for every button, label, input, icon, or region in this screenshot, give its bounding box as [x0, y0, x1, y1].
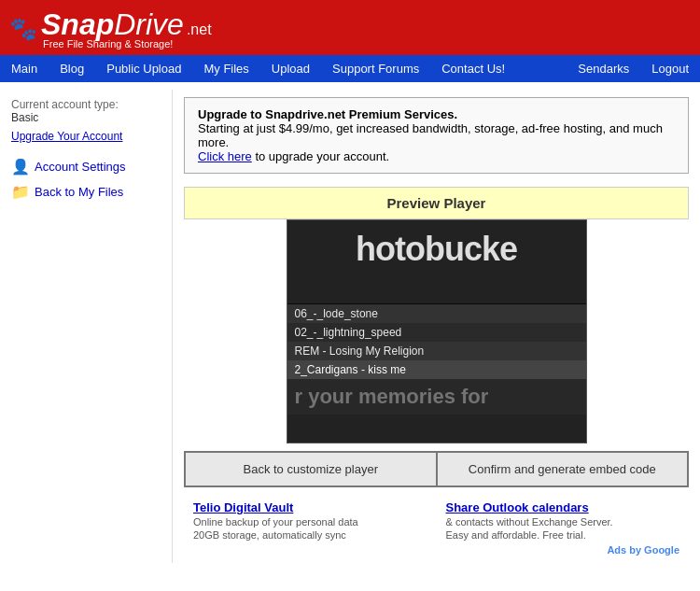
paw-icon: 🐾 — [9, 16, 37, 42]
back-to-files-link[interactable]: 📁 Back to My Files — [11, 183, 161, 201]
folder-icon: 📁 — [11, 183, 30, 201]
player-playlist: 06_-_lode_stone 02_-_lightning_speed REM… — [287, 304, 586, 443]
banner-text1: Starting at just $4.99/mo, get increased… — [198, 121, 663, 149]
banner-click-here[interactable]: Click here — [198, 149, 252, 163]
account-settings-link[interactable]: 👤 Account Settings — [11, 158, 161, 176]
header: 🐾 Snap Drive .net Free File Sharing & St… — [0, 0, 700, 55]
logo-net: .net — [187, 21, 212, 38]
playlist-item-1[interactable]: 02_-_lightning_speed — [287, 323, 586, 342]
logo-area: Snap Drive .net Free File Sharing & Stor… — [41, 7, 212, 49]
player-footer-text: r your memories for — [287, 379, 586, 415]
sidebar: Current account type: Basic Upgrade Your… — [0, 90, 173, 563]
ad-title-1[interactable]: Share Outlook calendars — [446, 500, 680, 514]
nav-logout[interactable]: Logout — [640, 55, 700, 82]
person-icon: 👤 — [11, 158, 30, 176]
content-area: Upgrade to Snapdrive.net Premium Service… — [173, 90, 700, 563]
ads-by: Ads by Google — [184, 544, 689, 556]
button-row: Back to customize player Confirm and gen… — [184, 451, 689, 487]
ad-text-0-0: Online backup of your personal data — [193, 516, 427, 528]
nav-public-upload[interactable]: Public Upload — [95, 55, 192, 82]
ads-section: Telio Digital Vault Online backup of you… — [184, 500, 689, 541]
preview-title: Preview Player — [184, 187, 689, 219]
playlist-item-2[interactable]: REM - Losing My Religion — [287, 342, 586, 360]
nav-main[interactable]: Main — [0, 55, 49, 82]
nav-username[interactable]: Sendarks — [567, 55, 640, 82]
nav-support[interactable]: Support Forums — [321, 55, 430, 82]
ad-title-0[interactable]: Telio Digital Vault — [193, 500, 427, 514]
ad-item-1: Share Outlook calendars & contacts witho… — [446, 500, 680, 541]
ad-text-1-0: & contacts without Exchange Server. — [446, 516, 680, 528]
player-bg-text: hotobucke — [287, 230, 586, 269]
nav-contact[interactable]: Contact Us! — [430, 55, 516, 82]
player-container: hotobucke ⏮ ⏸ ⏭ 00:35 01:46 🔊 06_-_lode_… — [287, 219, 587, 443]
confirm-button[interactable]: Confirm and generate embed code — [438, 451, 690, 487]
playlist-item-3[interactable]: 2_Cardigans - kiss me — [287, 360, 586, 379]
nav-my-files[interactable]: My Files — [192, 55, 259, 82]
google-logo-text: Google — [644, 544, 679, 556]
preview-section: Preview Player hotobucke ⏮ ⏸ ⏭ 00:35 01:… — [184, 187, 689, 487]
ad-text-0-1: 20GB storage, automatically sync — [193, 529, 427, 541]
upgrade-link[interactable]: Upgrade Your Account — [11, 130, 161, 143]
banner-text2: to upgrade your account. — [252, 149, 389, 163]
upgrade-banner: Upgrade to Snapdrive.net Premium Service… — [184, 97, 689, 174]
nav-upload[interactable]: Upload — [260, 55, 321, 82]
account-type-label: Current account type: — [11, 98, 119, 111]
nav-blog[interactable]: Blog — [49, 55, 95, 82]
ad-text-1-1: Easy and affordable. Free trial. — [446, 529, 680, 541]
logo-drive: Drive — [114, 7, 184, 42]
logo-snap: Snap — [41, 7, 114, 42]
banner-title: Upgrade to Snapdrive.net Premium Service… — [198, 107, 457, 121]
main-nav: Main Blog Public Upload My Files Upload … — [0, 55, 700, 82]
logo-tagline: Free File Sharing & Storage! — [43, 38, 212, 49]
back-button[interactable]: Back to customize player — [184, 451, 438, 487]
ads-by-text: Ads by — [607, 544, 644, 556]
playlist-item-0[interactable]: 06_-_lode_stone — [287, 304, 586, 323]
main-layout: Current account type: Basic Upgrade Your… — [0, 82, 700, 570]
account-type-value: Basic — [11, 111, 161, 124]
ad-item-0: Telio Digital Vault Online backup of you… — [193, 500, 427, 541]
